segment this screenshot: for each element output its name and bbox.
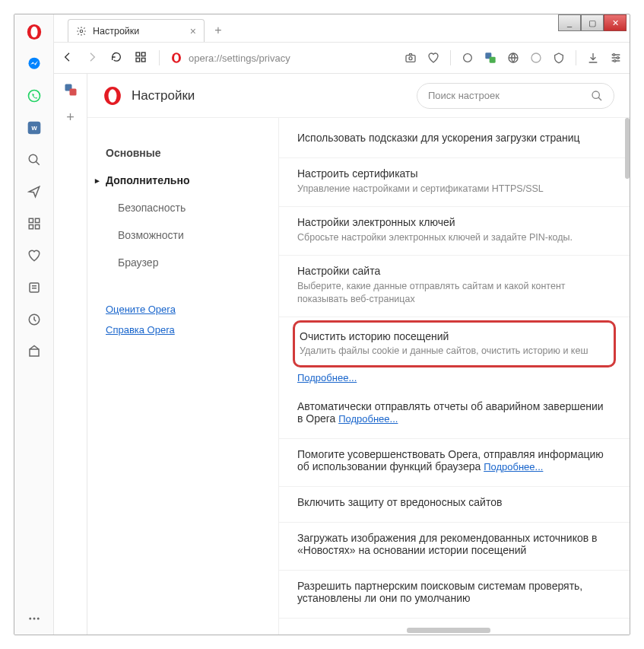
reload-button[interactable] (110, 51, 124, 65)
more-icon[interactable] (26, 610, 43, 627)
snapshot-icon[interactable] (404, 52, 417, 64)
adblock-icon[interactable] (553, 52, 565, 64)
nav-browser[interactable]: Браузер (87, 249, 278, 276)
window-minimize-button[interactable]: _ (558, 14, 581, 31)
bookmark-heart-icon[interactable] (427, 52, 439, 64)
address-bar: opera://settings/privacy (54, 42, 630, 74)
new-tab-button[interactable]: + (211, 23, 226, 38)
extensions-icon[interactable] (26, 343, 43, 360)
svg-point-3 (28, 91, 40, 102)
heart-icon[interactable] (26, 247, 43, 264)
svg-rect-21 (141, 52, 145, 56)
row-malware-protection[interactable]: Включить защиту от вредоносных сайтов (279, 487, 630, 523)
svg-rect-40 (69, 89, 76, 96)
link-more-crash[interactable]: Подробнее... (338, 413, 398, 425)
scrollbar-thumb[interactable] (625, 118, 630, 179)
svg-point-17 (33, 618, 35, 620)
svg-point-36 (613, 54, 615, 56)
svg-rect-8 (29, 218, 33, 222)
search-placeholder: Поиск настроек (428, 90, 500, 101)
send-icon[interactable] (26, 183, 43, 200)
downloads-icon[interactable] (587, 52, 599, 64)
opera-circle-icon[interactable] (462, 52, 474, 64)
page-title: Настройки (132, 88, 195, 103)
messenger-icon[interactable] (26, 56, 43, 72)
url-field[interactable]: opera://settings/privacy (170, 52, 394, 64)
settings-left-nav: Основные Дополнительно Безопасность Возм… (87, 118, 279, 635)
news-icon[interactable] (26, 279, 43, 296)
nav-rate-opera[interactable]: Оцените Opera (87, 299, 278, 320)
sync-icon[interactable] (530, 52, 542, 64)
window-maximize-button[interactable]: ▢ (581, 14, 604, 31)
svg-text:w: w (30, 124, 37, 132)
history-icon[interactable] (26, 311, 43, 328)
svg-point-27 (409, 57, 412, 60)
nav-basic[interactable]: Основные (87, 139, 278, 167)
pinned-tab-add[interactable]: + (62, 109, 79, 126)
pinned-tabs-column: + (54, 74, 87, 635)
search-icon[interactable] (26, 151, 43, 168)
window-close-button[interactable]: ✕ (604, 14, 627, 31)
row-certificates[interactable]: Настроить сертификаты Управление настрой… (279, 158, 630, 207)
left-minibar: w (14, 14, 54, 635)
svg-point-42 (109, 89, 117, 102)
svg-rect-23 (141, 58, 145, 62)
svg-point-38 (614, 60, 616, 62)
svg-point-37 (617, 57, 619, 59)
svg-rect-10 (29, 225, 33, 229)
back-button[interactable] (62, 51, 75, 65)
tab-settings[interactable]: Настройки × (68, 19, 205, 42)
opera-small-icon (170, 52, 182, 64)
row-clear-browsing-data[interactable]: Очистить историю посещений Удалить файлы… (293, 320, 616, 367)
speed-dial-button[interactable] (135, 51, 148, 65)
svg-point-28 (464, 54, 472, 62)
row-usage-stats[interactable]: Помогите усовершенствовать Opera, отправ… (279, 439, 630, 487)
url-path: settings/privacy (222, 52, 290, 64)
settings-header: Настройки Поиск настроек (87, 74, 630, 118)
nav-help-opera[interactable]: Справка Opera (87, 320, 278, 340)
gear-icon (76, 26, 87, 37)
row-news-images[interactable]: Загружать изображения для рекомендованны… (279, 523, 630, 571)
settings-content-pane[interactable]: Использовать подсказки для ускорения заг… (279, 118, 630, 635)
opera-logo-icon (103, 86, 122, 106)
svg-line-44 (598, 97, 601, 100)
opera-logo-icon[interactable] (26, 24, 43, 40)
link-more-usage[interactable]: Подробнее... (484, 461, 543, 472)
nav-security[interactable]: Безопасность (87, 194, 278, 221)
svg-point-2 (28, 58, 40, 69)
svg-rect-11 (35, 225, 39, 229)
url-scheme: opera:// (189, 52, 222, 64)
whatsapp-icon[interactable] (26, 87, 43, 104)
pinned-tab-translate[interactable] (62, 81, 79, 98)
nav-features[interactable]: Возможности (87, 221, 278, 249)
settings-page: Настройки Поиск настроек Основные Дополн… (87, 74, 630, 635)
horizontal-scrollbar-thumb[interactable] (407, 628, 490, 633)
svg-point-6 (29, 154, 37, 163)
translate-icon[interactable] (484, 52, 496, 64)
svg-rect-30 (490, 57, 496, 63)
row-site-settings[interactable]: Настройки сайта Выберите, какие данные о… (279, 256, 630, 317)
row-security-keys[interactable]: Настройки электронных ключей Сбросьте на… (279, 207, 630, 256)
magnifier-icon (591, 90, 603, 102)
row-preload-hints[interactable]: Использовать подсказки для ускорения заг… (279, 122, 630, 158)
settings-search-input[interactable]: Поиск настроек (417, 83, 614, 109)
svg-rect-22 (136, 58, 140, 62)
nav-advanced[interactable]: Дополнительно (87, 167, 278, 194)
link-more-1[interactable]: Подробнее... (297, 372, 357, 383)
svg-point-18 (36, 618, 39, 620)
svg-rect-9 (35, 218, 39, 222)
svg-rect-26 (406, 56, 415, 62)
speed-dial-icon[interactable] (26, 215, 43, 232)
tab-title: Настройки (93, 26, 139, 37)
tab-close-icon[interactable]: × (190, 25, 196, 37)
svg-point-25 (174, 54, 179, 61)
row-partner-search[interactable]: Разрешить партнерским поисковым системам… (279, 571, 630, 619)
row-crash-reports[interactable]: Автоматически отправлять отчеты об авари… (279, 391, 630, 439)
svg-point-43 (592, 91, 599, 98)
vk-icon[interactable]: w (26, 119, 43, 136)
svg-rect-20 (136, 52, 140, 56)
forward-button[interactable] (86, 51, 100, 65)
easy-setup-icon[interactable] (610, 52, 622, 64)
vpn-icon[interactable] (507, 52, 519, 64)
tab-strip: Настройки × + (54, 14, 630, 42)
